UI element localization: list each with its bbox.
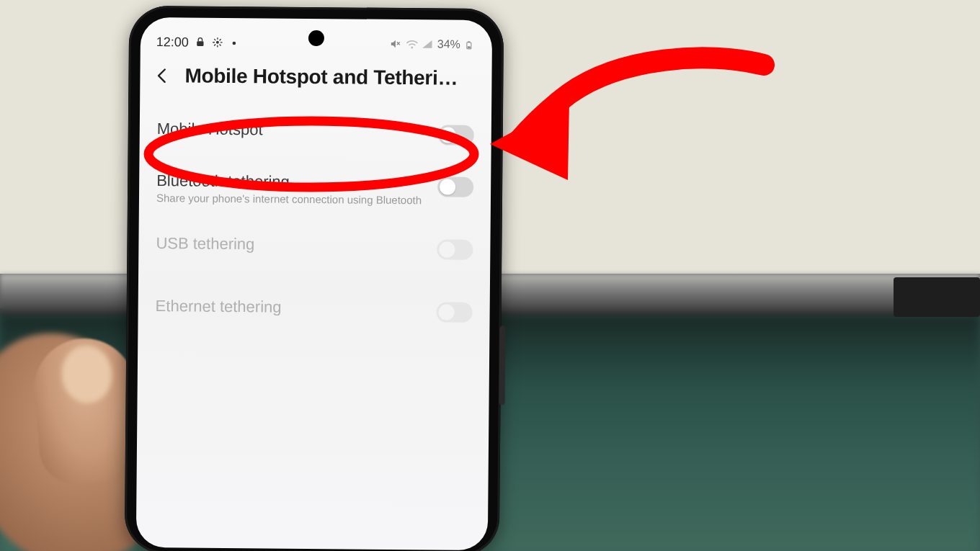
back-button[interactable]	[150, 63, 174, 88]
signal-icon	[422, 38, 433, 50]
battery-percent: 34%	[437, 37, 460, 50]
setting-description	[155, 318, 423, 333]
status-time: 12:00	[156, 35, 189, 50]
setting-description: Share your phone's internet connection u…	[156, 192, 424, 207]
setting-description	[156, 255, 424, 271]
monitor-webcam	[894, 277, 980, 317]
ethernet-tethering-toggle	[437, 303, 473, 323]
svg-rect-0	[197, 41, 203, 46]
svg-point-1	[216, 41, 219, 44]
setting-bluetooth-tethering[interactable]: Bluetooth tethering Share your phone's i…	[153, 161, 477, 227]
setting-usb-tethering: USB tethering	[153, 224, 476, 290]
svg-point-10	[233, 42, 236, 45]
setting-mobile-hotspot[interactable]: Mobile Hotspot	[153, 109, 477, 164]
svg-rect-16	[468, 46, 471, 48]
lock-icon	[195, 37, 206, 48]
setting-label: Bluetooth tethering	[156, 171, 424, 193]
gear-icon	[212, 37, 223, 48]
svg-line-8	[214, 44, 215, 45]
wifi-icon	[406, 38, 417, 50]
battery-icon	[465, 39, 476, 50]
settings-list: Mobile Hotspot Bluetooth tethering Share…	[138, 98, 491, 353]
svg-line-7	[220, 45, 221, 46]
setting-label: Ethernet tethering	[156, 297, 424, 318]
svg-line-6	[214, 39, 215, 40]
phone-side-button	[499, 326, 506, 405]
svg-line-9	[220, 39, 221, 40]
phone-frame: 12:00	[125, 6, 504, 551]
phone-screen: 12:00	[136, 17, 492, 550]
camera-hole	[308, 30, 324, 46]
bluetooth-tethering-toggle[interactable]	[437, 176, 473, 197]
svg-point-13	[411, 46, 413, 48]
page-header: Mobile Hotspot and Tetheri…	[140, 59, 491, 101]
mute-icon	[390, 38, 401, 50]
chevron-left-icon	[153, 66, 172, 85]
svg-rect-15	[468, 41, 470, 42]
background-scene: 12:00	[0, 0, 980, 551]
setting-ethernet-tethering: Ethernet tethering	[152, 287, 476, 352]
mobile-hotspot-toggle[interactable]	[438, 125, 474, 145]
setting-label: USB tethering	[156, 234, 424, 256]
usb-tethering-toggle	[437, 240, 473, 260]
page-title: Mobile Hotspot and Tetheri…	[184, 64, 478, 90]
setting-label: Mobile Hotspot	[157, 120, 425, 141]
dot-icon	[229, 37, 241, 48]
